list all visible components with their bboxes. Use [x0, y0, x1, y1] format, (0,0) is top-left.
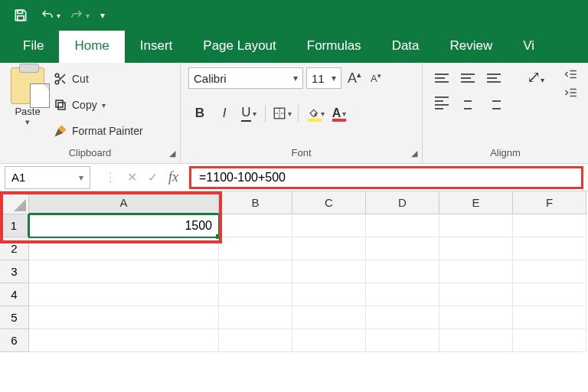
name-box[interactable]: A1 ▾	[5, 166, 90, 189]
tab-view[interactable]: Vi	[508, 31, 550, 63]
cell-f2[interactable]	[513, 237, 586, 260]
row-header-1[interactable]: 1	[0, 214, 29, 237]
cell-b2[interactable]	[219, 237, 292, 260]
cell-b3[interactable]	[219, 260, 292, 283]
dropdown-arrow-icon: ▾	[321, 109, 325, 118]
cell-e6[interactable]	[439, 329, 513, 352]
cut-label: Cut	[72, 73, 89, 85]
cell-c3[interactable]	[292, 260, 366, 283]
decrease-font-button[interactable]: A▾	[368, 72, 384, 84]
font-color-button[interactable]: A ▾	[328, 103, 351, 124]
fx-button[interactable]: fx	[168, 169, 178, 185]
dialog-launcher-icon[interactable]: ◢	[169, 149, 175, 158]
cell-a4[interactable]	[29, 283, 219, 306]
paste-button[interactable]: Paste ▾	[8, 67, 47, 127]
undo-button[interactable]: ▾	[37, 4, 63, 27]
format-painter-button[interactable]: Format Painter	[54, 119, 143, 142]
cell-e1[interactable]	[439, 214, 513, 237]
borders-button[interactable]: ▾	[270, 103, 293, 124]
column-header-b[interactable]: B	[219, 191, 292, 214]
row-header-3[interactable]: 3	[0, 260, 29, 283]
italic-button[interactable]: I	[213, 103, 236, 124]
enter-formula-button[interactable]: ✓	[148, 170, 158, 185]
copy-button[interactable]: Copy ▾	[54, 93, 143, 116]
cell-c5[interactable]	[292, 306, 366, 329]
orientation-button[interactable]: ⤢▾	[519, 67, 551, 87]
cell-f4[interactable]	[513, 283, 586, 306]
separator	[298, 105, 299, 122]
cell-a5[interactable]	[29, 306, 219, 329]
dropdown-arrow-icon[interactable]: ▾	[102, 101, 106, 109]
redo-button[interactable]: ▾	[66, 4, 92, 27]
save-button[interactable]	[8, 4, 34, 27]
svg-rect-1	[18, 16, 24, 21]
align-top-button[interactable]	[430, 67, 453, 89]
tab-home[interactable]: Home	[59, 31, 124, 63]
cell-e5[interactable]	[439, 306, 513, 329]
cell-f5[interactable]	[513, 306, 586, 329]
cell-e3[interactable]	[439, 260, 513, 283]
column-header-a[interactable]: A	[29, 191, 219, 214]
cell-d5[interactable]	[366, 306, 439, 329]
cell-d1[interactable]	[366, 214, 439, 237]
align-bottom-button[interactable]	[482, 67, 505, 89]
tab-formulas[interactable]: Formulas	[292, 31, 377, 63]
align-center-button[interactable]	[456, 92, 479, 113]
column-header-c[interactable]: C	[292, 191, 366, 214]
cell-b6[interactable]	[219, 329, 292, 352]
cell-a3[interactable]	[29, 260, 219, 283]
cell-e4[interactable]	[439, 283, 513, 306]
cell-b1[interactable]	[219, 214, 292, 237]
cancel-formula-button[interactable]: ✕	[127, 170, 137, 185]
customize-qat-button[interactable]: ▾	[95, 4, 110, 27]
cut-button[interactable]: Cut	[54, 67, 143, 90]
select-all-corner[interactable]	[0, 191, 29, 214]
cell-d6[interactable]	[366, 329, 439, 352]
row-header-6[interactable]: 6	[0, 329, 29, 352]
underline-button[interactable]: U▾	[237, 103, 260, 124]
tab-review[interactable]: Review	[435, 31, 508, 63]
font-name-combo[interactable]: Calibri ▾	[188, 67, 303, 89]
cell-d4[interactable]	[366, 283, 439, 306]
tab-file[interactable]: File	[8, 31, 59, 63]
cell-c2[interactable]	[292, 237, 366, 260]
row-header-2[interactable]: 2	[0, 237, 29, 260]
increase-indent-button[interactable]	[564, 86, 579, 100]
group-label-clipboard: Clipboard ◢	[8, 145, 172, 162]
cell-a2[interactable]	[29, 237, 219, 260]
fill-color-button[interactable]: ▾	[303, 103, 326, 124]
column-header-e[interactable]: E	[439, 191, 513, 214]
cell-a1[interactable]: 1500	[29, 214, 219, 237]
decrease-indent-button[interactable]	[564, 67, 579, 81]
increase-font-button[interactable]: A▴	[345, 70, 364, 87]
formula-input[interactable]: =1100-100+500	[189, 166, 583, 189]
align-left-button[interactable]	[430, 92, 453, 113]
dialog-launcher-icon[interactable]: ◢	[411, 149, 417, 158]
align-right-button[interactable]	[482, 92, 505, 113]
copy-label: Copy	[72, 99, 97, 111]
tab-data[interactable]: Data	[377, 31, 435, 63]
tab-page-layout[interactable]: Page Layout	[188, 31, 291, 63]
cell-d2[interactable]	[366, 237, 439, 260]
font-size-combo[interactable]: 11 ▾	[306, 67, 341, 89]
align-middle-button[interactable]	[456, 67, 479, 89]
cell-b4[interactable]	[219, 283, 292, 306]
cell-d3[interactable]	[366, 260, 439, 283]
cell-c6[interactable]	[292, 329, 366, 352]
dropdown-arrow-icon[interactable]: ▾	[8, 117, 47, 127]
bold-button[interactable]: B	[188, 103, 211, 124]
cell-c1[interactable]	[292, 214, 366, 237]
row-header-5[interactable]: 5	[0, 306, 29, 329]
cell-f1[interactable]	[513, 214, 586, 237]
tab-insert[interactable]: Insert	[125, 31, 188, 63]
worksheet: A B C D E F 1 1500 2 3 4	[0, 191, 588, 352]
row-header-4[interactable]: 4	[0, 283, 29, 306]
cell-f3[interactable]	[513, 260, 586, 283]
cell-f6[interactable]	[513, 329, 586, 352]
cell-c4[interactable]	[292, 283, 366, 306]
column-header-f[interactable]: F	[513, 191, 586, 214]
column-header-d[interactable]: D	[366, 191, 439, 214]
cell-a6[interactable]	[29, 329, 219, 352]
cell-b5[interactable]	[219, 306, 292, 329]
cell-e2[interactable]	[439, 237, 513, 260]
